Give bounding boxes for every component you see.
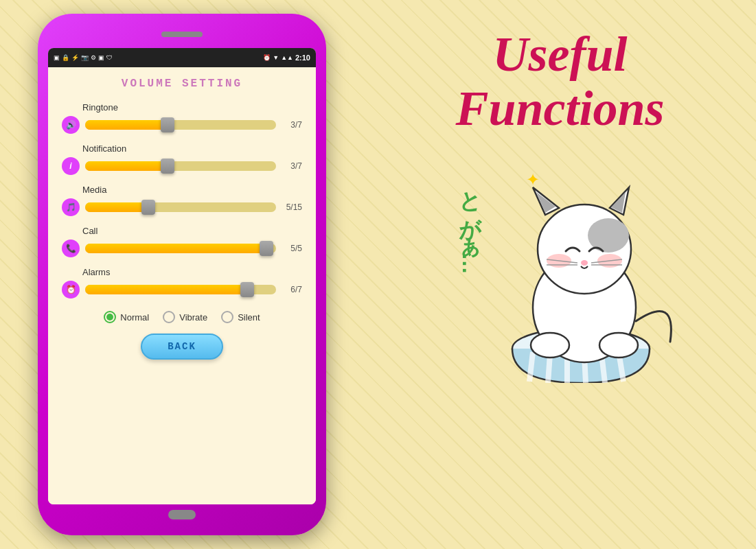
svg-point-16 (581, 260, 588, 266)
alarms-slider-container: ⏰ 6/7 (62, 281, 302, 299)
radio-vibrate-circle[interactable] (163, 311, 175, 323)
main-layout: ▣ 🔒 ⚡ 📷 ⚙ ▣ 🛡 ⏰ ▼ ▲▲ 2:10 (0, 0, 756, 549)
info-icon: i (62, 157, 80, 175)
status-icon-4: 📷 (81, 54, 89, 61)
alarms-slider-row: Alarms ⏰ 6/7 (62, 267, 302, 299)
alarms-value: 6/7 (282, 285, 302, 294)
volume-title: VOLUME SETTING (62, 78, 302, 90)
media-track[interactable] (85, 200, 276, 215)
ringtone-track[interactable] (85, 117, 276, 132)
status-icon-7: 🛡 (106, 54, 113, 61)
notification-track[interactable] (85, 159, 276, 174)
phone-screen: ▣ 🔒 ⚡ 📷 ⚙ ▣ 🛡 ⏰ ▼ ▲▲ 2:10 (48, 48, 316, 504)
back-button-label: BACK (168, 341, 196, 352)
alarms-thumb[interactable] (240, 282, 254, 297)
phone-home-button[interactable] (168, 510, 196, 519)
alarm-status-icon: ⏰ (263, 54, 271, 61)
notification-slider-container: i 3/7 (62, 157, 302, 175)
phone-top-bar (48, 24, 316, 45)
japanese-text: とがぁ… (457, 177, 483, 274)
ringtone-label: Ringtone (82, 102, 302, 113)
radio-silent-circle[interactable] (221, 311, 233, 323)
ringtone-slider-row: Ringtone 🔊 3/7 (62, 102, 302, 134)
status-icons-left: ▣ 🔒 ⚡ 📷 ⚙ ▣ 🛡 (54, 54, 113, 61)
alarms-label: Alarms (82, 267, 302, 277)
media-icon: 🎵 (62, 198, 80, 216)
media-value: 5/15 (282, 202, 302, 212)
ringtone-slider-container: 🔊 3/7 (62, 116, 302, 134)
radio-normal-label: Normal (120, 312, 149, 323)
status-time: 2:10 (295, 54, 310, 62)
notification-slider-row: Notification i 3/7 (62, 143, 302, 175)
title-line2: Functions (455, 82, 664, 136)
sparkle-icon: ✦ (526, 170, 540, 189)
phone-icon: 📞 (62, 240, 80, 257)
alarm-icon: ⏰ (62, 281, 80, 299)
alarms-track-fill (85, 285, 247, 294)
radio-section: Normal Vibrate Silent (62, 311, 302, 323)
call-slider-row: Call 📞 5/5 (62, 226, 302, 257)
cat-illustration: とがぁ… ✦ (444, 150, 677, 383)
call-thumb[interactable] (260, 241, 273, 256)
media-thumb[interactable] (141, 200, 155, 215)
media-track-fill (85, 202, 148, 212)
radio-normal-circle[interactable] (104, 311, 116, 323)
svg-point-22 (599, 333, 638, 358)
notification-value: 3/7 (282, 161, 302, 171)
status-bar: ▣ 🔒 ⚡ 📷 ⚙ ▣ 🛡 ⏰ ▼ ▲▲ 2:10 (48, 48, 316, 67)
call-label: Call (82, 226, 302, 236)
alarms-track[interactable] (85, 282, 276, 297)
svg-line-2 (548, 354, 550, 383)
phone-bottom-bar (48, 504, 316, 525)
phone-section: ▣ 🔒 ⚡ 📷 ⚙ ▣ 🛡 ⏰ ▼ ▲▲ 2:10 (0, 0, 364, 549)
svg-point-21 (531, 333, 569, 358)
ringtone-thumb[interactable] (161, 117, 174, 132)
status-icons-right: ⏰ ▼ ▲▲ 2:10 (263, 54, 310, 62)
useful-functions-title: Useful Functions (455, 27, 664, 136)
status-icon-3: ⚡ (71, 54, 79, 61)
radio-vibrate[interactable]: Vibrate (163, 311, 207, 323)
phone-device: ▣ 🔒 ⚡ 📷 ⚙ ▣ 🛡 ⏰ ▼ ▲▲ 2:10 (38, 14, 326, 535)
status-icon-6: ▣ (98, 54, 104, 61)
ringtone-track-fill (85, 120, 168, 130)
right-section: Useful Functions とがぁ… ✦ (364, 0, 756, 549)
media-label: Media (82, 185, 302, 195)
radio-silent[interactable]: Silent (221, 311, 260, 323)
media-slider-container: 🎵 5/15 (62, 198, 302, 216)
call-slider-container: 📞 5/5 (62, 240, 302, 257)
back-button[interactable]: BACK (141, 334, 223, 360)
svg-line-1 (529, 352, 533, 382)
notification-label: Notification (82, 143, 302, 154)
radio-normal[interactable]: Normal (104, 311, 149, 323)
media-slider-row: Media 🎵 5/15 (62, 185, 302, 216)
call-track[interactable] (85, 241, 276, 256)
status-icon-5: ⚙ (91, 54, 96, 61)
radio-silent-label: Silent (238, 312, 260, 323)
title-line1: Useful (455, 27, 664, 82)
call-value: 5/5 (282, 244, 302, 253)
status-icon-1: ▣ (54, 54, 60, 61)
notification-track-fill (85, 161, 168, 171)
phone-speaker (161, 32, 203, 37)
radio-vibrate-label: Vibrate (179, 312, 207, 323)
volume-icon: 🔊 (62, 116, 80, 134)
screen-content: VOLUME SETTING Ringtone 🔊 3/7 (48, 67, 316, 504)
status-icon-2: 🔒 (62, 54, 69, 61)
ringtone-value: 3/7 (282, 120, 302, 130)
wifi-status-icon: ▼ (273, 54, 279, 61)
call-track-fill (85, 244, 266, 253)
notification-thumb[interactable] (161, 159, 174, 174)
signal-status-icon: ▲▲ (281, 54, 293, 61)
